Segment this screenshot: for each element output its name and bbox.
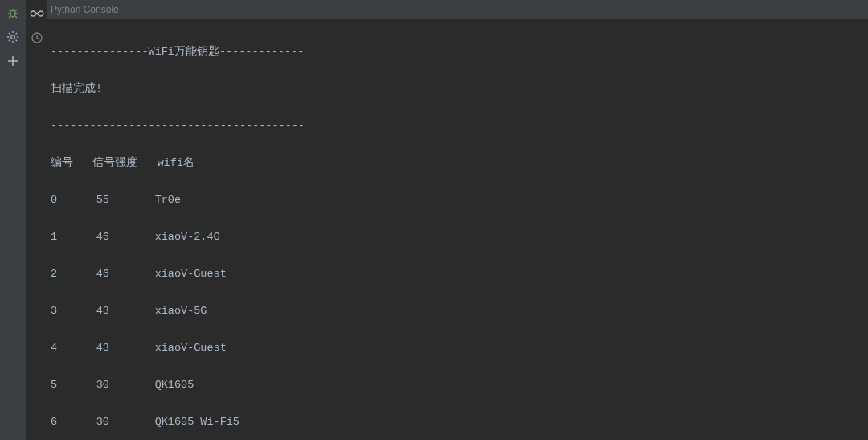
table-row: 5 30 QK1605 bbox=[51, 376, 865, 394]
console-tab-title[interactable]: Python Console bbox=[51, 4, 119, 15]
table-row: 3 43 xiaoV-5G bbox=[51, 302, 865, 320]
banner-line: ---------------WiFi万能钥匙------------- bbox=[51, 43, 865, 61]
gear-icon[interactable] bbox=[6, 31, 19, 43]
scan-done-line: 扫描完成! bbox=[51, 80, 865, 98]
plus-icon[interactable] bbox=[6, 55, 19, 68]
table-row: 6 30 QK1605_Wi-Fi5 bbox=[51, 413, 865, 431]
bug-icon[interactable] bbox=[6, 6, 19, 19]
table-row: 4 43 xiaoV-Guest bbox=[51, 339, 865, 357]
table-header: 编号 信号强度 wifi名 bbox=[51, 154, 865, 172]
svg-point-1 bbox=[11, 35, 15, 39]
svg-point-0 bbox=[10, 10, 15, 17]
console-tab-bar: Python Console bbox=[47, 0, 868, 19]
clock-icon[interactable] bbox=[30, 31, 44, 45]
table-row: 1 46 xiaoV-2.4G bbox=[51, 228, 865, 246]
tool-gutter bbox=[0, 0, 27, 440]
table-row: 0 55 Tr0e bbox=[51, 191, 865, 209]
infinity-icon[interactable] bbox=[30, 6, 44, 21]
table-row: 2 46 xiaoV-Guest bbox=[51, 265, 865, 283]
divider-top: --------------------------------------- bbox=[51, 117, 865, 135]
console-gutter bbox=[27, 0, 47, 440]
main-panel: Python Console ---------------WiFi万能钥匙--… bbox=[47, 0, 868, 440]
console-output[interactable]: ---------------WiFi万能钥匙------------- 扫描完… bbox=[47, 19, 868, 440]
